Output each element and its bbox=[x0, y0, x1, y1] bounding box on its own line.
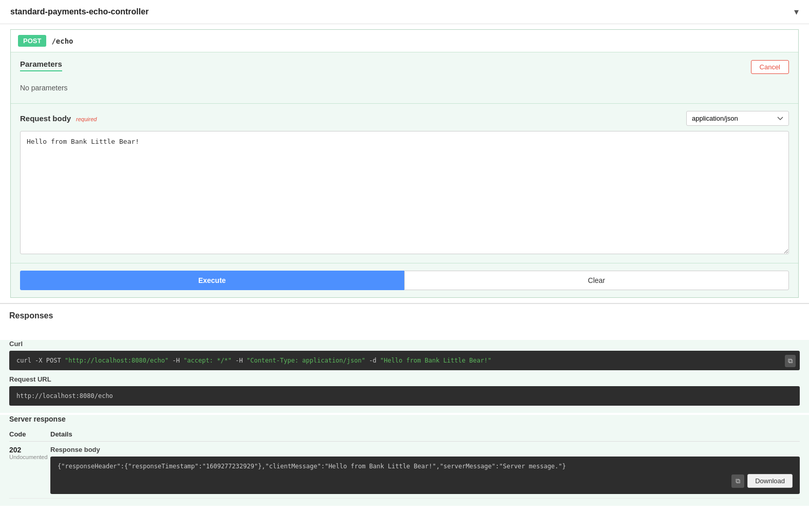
content-type-select[interactable]: application/json text/plain application/… bbox=[686, 111, 789, 126]
no-params-text: No parameters bbox=[20, 80, 789, 96]
parameters-section: Parameters Cancel No parameters bbox=[11, 52, 798, 103]
request-body-textarea[interactable]: Hello from Bank Little Bear! bbox=[20, 131, 789, 254]
server-response-title: Server response bbox=[9, 415, 800, 423]
chevron-down-icon[interactable]: ▾ bbox=[794, 6, 799, 17]
api-header: standard-payments-echo-controller ▾ bbox=[0, 0, 809, 24]
code-col-header: Code bbox=[9, 430, 50, 438]
required-badge: required bbox=[76, 116, 97, 122]
request-url-label: Request URL bbox=[9, 375, 800, 383]
curl-copy-button[interactable]: ⧉ bbox=[785, 355, 796, 367]
endpoint-panel: POST /echo Parameters Cancel No paramete… bbox=[10, 29, 799, 298]
api-title: standard-payments-echo-controller bbox=[10, 7, 148, 16]
responses-title: Responses bbox=[9, 311, 800, 320]
download-copy-row: ⧉ Download bbox=[58, 474, 793, 488]
response-copy-button[interactable]: ⧉ bbox=[731, 474, 744, 488]
response-code-cell: 202 Undocumented bbox=[9, 446, 50, 460]
response-body-code: {"responseHeader":{"responseTimestamp":"… bbox=[50, 457, 800, 494]
parameters-title-group: Parameters bbox=[20, 60, 62, 74]
response-code-value: 202 bbox=[9, 446, 50, 454]
request-body-label-group: Request body required bbox=[20, 114, 97, 123]
endpoint-path: /echo bbox=[51, 37, 73, 45]
response-detail-section: Curl curl -X POST "http://localhost:8080… bbox=[0, 340, 809, 413]
response-body-value: {"responseHeader":{"responseTimestamp":"… bbox=[58, 463, 566, 470]
curl-code-block: curl -X POST "http://localhost:8080/echo… bbox=[9, 351, 800, 370]
endpoint-row: POST /echo bbox=[11, 30, 798, 52]
response-details-cell: Response body {"responseHeader":{"respon… bbox=[50, 446, 800, 494]
download-button[interactable]: Download bbox=[747, 474, 793, 488]
request-url-code-block: http://localhost:8080/echo bbox=[9, 386, 800, 406]
section-header-row: Parameters Cancel bbox=[20, 60, 789, 74]
clear-button[interactable]: Clear bbox=[404, 271, 789, 290]
request-body-label: Request body bbox=[20, 114, 71, 123]
response-table-header: Code Details bbox=[9, 427, 800, 442]
parameters-title: Parameters bbox=[20, 60, 62, 71]
request-body-section: Request body required application/json t… bbox=[11, 103, 798, 263]
details-col-header: Details bbox=[50, 430, 800, 438]
action-buttons: Execute Clear bbox=[11, 263, 798, 297]
page-container: standard-payments-echo-controller ▾ POST… bbox=[0, 0, 809, 532]
request-body-header: Request body required application/json t… bbox=[20, 111, 789, 126]
execute-button[interactable]: Execute bbox=[20, 271, 404, 290]
response-code-sub: Undocumented bbox=[9, 454, 50, 460]
curl-headers: -H "accept: */*" -H "Content-Type: appli… bbox=[172, 357, 365, 364]
curl-label: Curl bbox=[9, 340, 800, 348]
responses-section: Responses bbox=[0, 303, 809, 335]
curl-url: "http://localhost:8080/echo" bbox=[65, 357, 173, 364]
response-body-label: Response body bbox=[50, 446, 800, 453]
curl-data: -d "Hello from Bank Little Bear!" bbox=[369, 357, 491, 364]
response-row: 202 Undocumented Response body {"respons… bbox=[9, 442, 800, 499]
cancel-button[interactable]: Cancel bbox=[751, 60, 789, 74]
request-url-value: http://localhost:8080/echo bbox=[16, 392, 113, 400]
server-response-section: Server response Code Details 202 Undocum… bbox=[0, 415, 809, 506]
curl-command: curl -X POST bbox=[16, 357, 61, 364]
method-badge: POST bbox=[18, 35, 46, 47]
